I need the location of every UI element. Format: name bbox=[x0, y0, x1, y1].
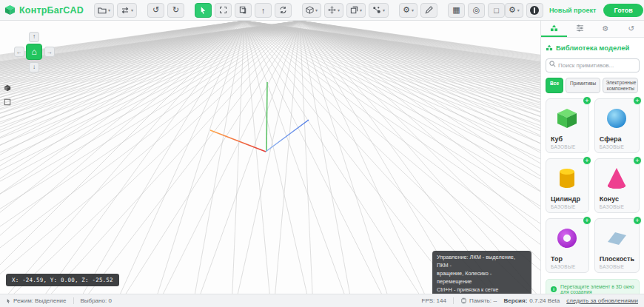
filter-all[interactable]: Все bbox=[546, 78, 563, 93]
open-file-dropdown[interactable]: ▾ bbox=[94, 3, 114, 18]
dashed-square-icon bbox=[220, 7, 227, 13]
z-axis-line bbox=[266, 120, 309, 152]
nodes-dropdown[interactable]: ▾ bbox=[369, 3, 389, 18]
search-icon bbox=[549, 61, 556, 67]
home-view-button[interactable]: ⌂ bbox=[26, 44, 42, 60]
paste-tool-button[interactable] bbox=[235, 3, 252, 18]
logo-cube-icon bbox=[4, 4, 16, 16]
add-to-scene-badge[interactable]: + bbox=[583, 156, 591, 165]
pan-right-button[interactable]: → bbox=[44, 47, 55, 57]
x-axis-line bbox=[210, 130, 266, 152]
add-to-scene-badge[interactable]: + bbox=[583, 96, 591, 105]
wireframe-view-icon[interactable] bbox=[4, 98, 11, 106]
add-to-scene-badge[interactable]: + bbox=[633, 156, 642, 165]
item-category: БАЗОВЫЕ bbox=[551, 144, 584, 149]
settings-dropdown[interactable]: ⚙ ▾ bbox=[399, 3, 417, 18]
library-item-sphere[interactable]: + Сфера БАЗОВЫЕ bbox=[594, 98, 640, 153]
library-item-torus[interactable]: + Тор БАЗОВЫЕ bbox=[546, 218, 589, 273]
move-tool-dropdown[interactable]: ▾ bbox=[324, 3, 343, 18]
item-category: БАЗОВЫЕ bbox=[600, 264, 634, 269]
new-project-link[interactable]: Новый проект bbox=[549, 7, 597, 14]
plane-thumbnail bbox=[600, 222, 634, 254]
version-value: 0.7.24 Beta bbox=[529, 297, 560, 304]
caret-down-icon: ▾ bbox=[383, 8, 385, 13]
undo-button[interactable]: ↺ bbox=[147, 3, 164, 18]
import-export-dropdown[interactable]: ▾ bbox=[117, 3, 137, 18]
cone-thumbnail bbox=[600, 162, 634, 195]
tab-history[interactable]: ↺ bbox=[618, 21, 644, 37]
marquee-select-button[interactable] bbox=[215, 3, 232, 18]
status-divider bbox=[73, 297, 74, 304]
sidebar-tabs: ⚙ ↺ bbox=[541, 21, 644, 38]
item-name: Конус bbox=[600, 195, 634, 203]
copy-icon bbox=[350, 6, 358, 14]
primitives-dropdown[interactable]: ▾ bbox=[302, 3, 321, 18]
snap-toggle-button[interactable]: ◎ bbox=[468, 3, 485, 18]
item-name: Плоскость bbox=[600, 255, 634, 263]
search-input[interactable] bbox=[546, 58, 640, 72]
sphere-thumbnail bbox=[600, 102, 634, 135]
caret-down-icon: ▾ bbox=[412, 8, 414, 13]
pan-up-button[interactable]: ↑ bbox=[29, 32, 39, 42]
select-tool-button[interactable] bbox=[195, 3, 212, 18]
tooltip-line: Управление: ЛКМ - выделение, ПКМ - bbox=[437, 254, 527, 270]
tab-properties[interactable] bbox=[567, 21, 593, 37]
library-item-cone[interactable]: + Конус БАЗОВЫЕ bbox=[594, 158, 640, 213]
tooltip-line: Ctrl+H - привязка к сетке bbox=[437, 286, 527, 294]
swap-arrows-icon bbox=[121, 7, 130, 14]
add-to-scene-badge[interactable]: + bbox=[633, 96, 642, 105]
controls-tooltip: Управление: ЛКМ - выделение, ПКМ - враще… bbox=[432, 251, 531, 294]
item-category: БАЗОВЫЕ bbox=[600, 144, 634, 149]
shapes-icon bbox=[546, 44, 553, 51]
rotate-tool-button[interactable] bbox=[275, 3, 292, 18]
hint-text: Перетащите элемент в 3D окно для создани… bbox=[560, 284, 634, 294]
theme-toggle-button[interactable] bbox=[526, 3, 543, 18]
item-name: Куб bbox=[551, 135, 584, 143]
grid-toggle-button[interactable]: ▦ bbox=[448, 3, 465, 18]
nodes-icon bbox=[372, 6, 381, 14]
library-title: Библиотека моделей bbox=[556, 44, 629, 52]
frame-view-button[interactable]: □ bbox=[488, 3, 505, 18]
cursor-icon bbox=[6, 298, 11, 304]
view-settings-dropdown[interactable]: ⚙ ▾ bbox=[505, 3, 523, 18]
ready-button[interactable]: Готов bbox=[603, 4, 643, 17]
draw-tool-button[interactable] bbox=[420, 3, 437, 18]
tab-library[interactable] bbox=[541, 21, 567, 37]
add-to-scene-badge[interactable]: + bbox=[633, 216, 642, 225]
mode-indicator: Режим: Выделение bbox=[6, 297, 67, 304]
library-item-cube[interactable]: + Куб БАЗОВЫЕ bbox=[546, 98, 589, 153]
filter-primitives[interactable]: Примитивы bbox=[566, 78, 600, 93]
app-title: КонтрБагCAD bbox=[19, 5, 84, 16]
library-item-cylinder[interactable]: + Цилиндр БАЗОВЫЕ bbox=[546, 158, 589, 213]
item-name: Цилиндр bbox=[551, 195, 584, 203]
pan-down-button[interactable]: ↓ bbox=[29, 62, 39, 72]
shaded-view-icon[interactable] bbox=[4, 84, 11, 92]
mode-text: Режим: Выделение bbox=[13, 297, 67, 304]
cube-thumbnail bbox=[551, 102, 584, 135]
caret-down-icon: ▾ bbox=[108, 8, 110, 13]
app-logo: КонтрБагCAD bbox=[4, 4, 84, 16]
cube-icon bbox=[306, 6, 314, 14]
version-label: Версия: bbox=[504, 297, 528, 304]
updates-link[interactable]: следить за обновлениями bbox=[566, 297, 638, 304]
viewport-3d[interactable]: ↑ ← ⌂ → ↓ X: -24.59, Y: 0. bbox=[0, 21, 540, 294]
sync-icon bbox=[279, 6, 287, 14]
pan-left-button[interactable]: ← bbox=[14, 47, 24, 57]
item-name: Сфера bbox=[600, 135, 634, 143]
tab-settings[interactable]: ⚙ bbox=[593, 21, 619, 37]
pencil-icon bbox=[425, 6, 433, 14]
redo-button[interactable]: ↻ bbox=[167, 3, 184, 18]
caret-down-icon: ▾ bbox=[315, 8, 318, 13]
filter-electronic-components[interactable]: Электронные компоненты bbox=[603, 78, 638, 93]
mirror-tool-button[interactable]: ↑ bbox=[255, 3, 272, 18]
status-divider bbox=[453, 297, 454, 304]
status-bar: Режим: Выделение Выбрано: 0 FPS: 144 Пам… bbox=[0, 294, 644, 307]
library-item-plane[interactable]: + Плоскость БАЗОВЫЕ bbox=[594, 218, 640, 273]
add-to-scene-badge[interactable]: + bbox=[583, 216, 591, 225]
library-panel: Библиотека моделей Все Примитивы Электро… bbox=[541, 38, 644, 294]
selected-count: Выбрано: 0 bbox=[81, 297, 112, 304]
torus-thumbnail bbox=[551, 222, 584, 254]
duplicate-dropdown[interactable]: ▾ bbox=[346, 3, 366, 18]
sliders-icon bbox=[576, 24, 584, 32]
cylinder-thumbnail bbox=[551, 162, 584, 195]
